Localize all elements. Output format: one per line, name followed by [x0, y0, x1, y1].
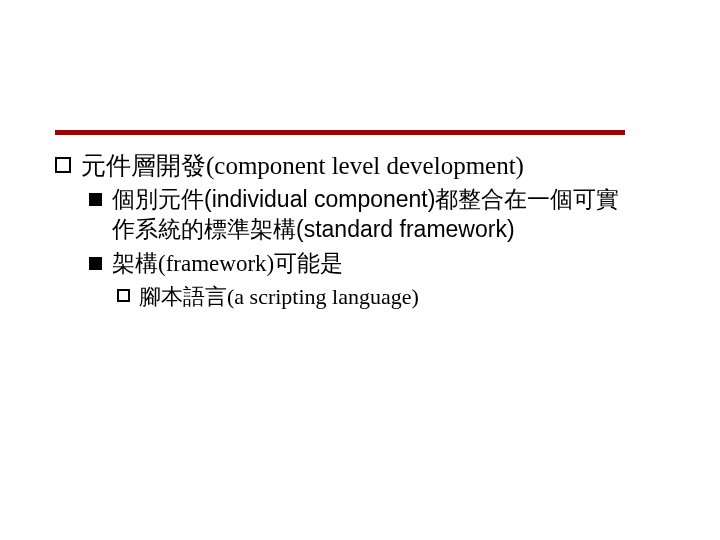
hollow-square-icon: [55, 157, 71, 173]
horizontal-rule: [55, 130, 625, 135]
hollow-square-icon: [117, 289, 130, 302]
list-item-level2: 個別元件(individual component)都整合在一個可實作系統的標準…: [89, 185, 655, 245]
level1-text: 元件層開發(component level development): [81, 150, 524, 181]
level2-text: 個別元件(individual component)都整合在一個可實作系統的標準…: [112, 185, 632, 245]
list-item-level3: 腳本語言(a scripting language): [117, 283, 655, 311]
list-item-level2: 架構(framework)可能是: [89, 249, 655, 279]
level3-text: 腳本語言(a scripting language): [139, 283, 419, 311]
slide-content: 元件層開發(component level development) 個別元件(…: [55, 150, 655, 310]
level2-text: 架構(framework)可能是: [112, 249, 343, 279]
filled-square-icon: [89, 193, 102, 206]
filled-square-icon: [89, 257, 102, 270]
list-item-level1: 元件層開發(component level development): [55, 150, 655, 181]
